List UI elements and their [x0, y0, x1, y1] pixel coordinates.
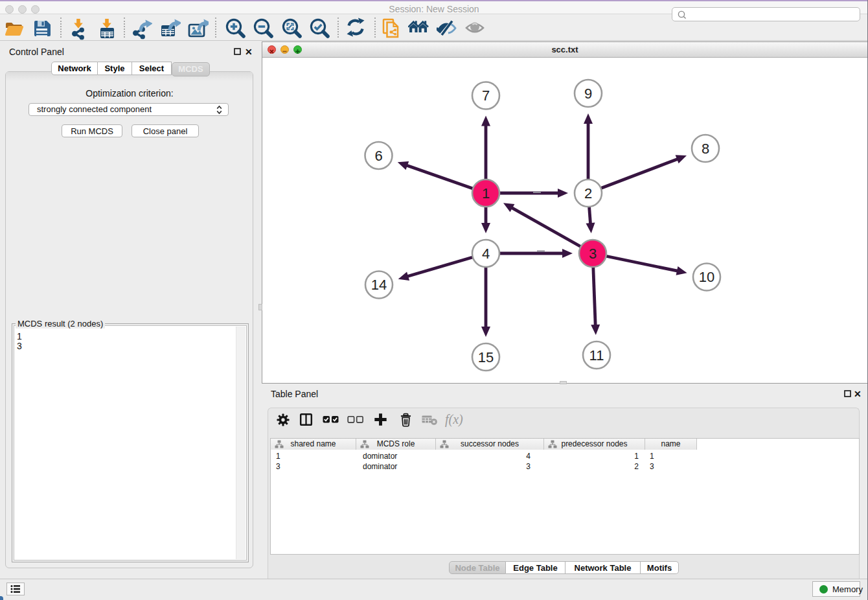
svg-text:3: 3	[589, 246, 597, 262]
svg-text:2: 2	[584, 185, 592, 202]
svg-text:11: 11	[589, 347, 604, 363]
svg-text:10: 10	[699, 269, 714, 285]
svg-text:7: 7	[482, 87, 490, 104]
svg-text:9: 9	[584, 86, 592, 102]
svg-text:8: 8	[702, 141, 709, 157]
svg-text:6: 6	[374, 148, 382, 164]
svg-text:14: 14	[371, 277, 387, 293]
svg-text:15: 15	[478, 349, 494, 365]
svg-text:4: 4	[482, 246, 490, 262]
svg-text:1: 1	[482, 185, 490, 202]
